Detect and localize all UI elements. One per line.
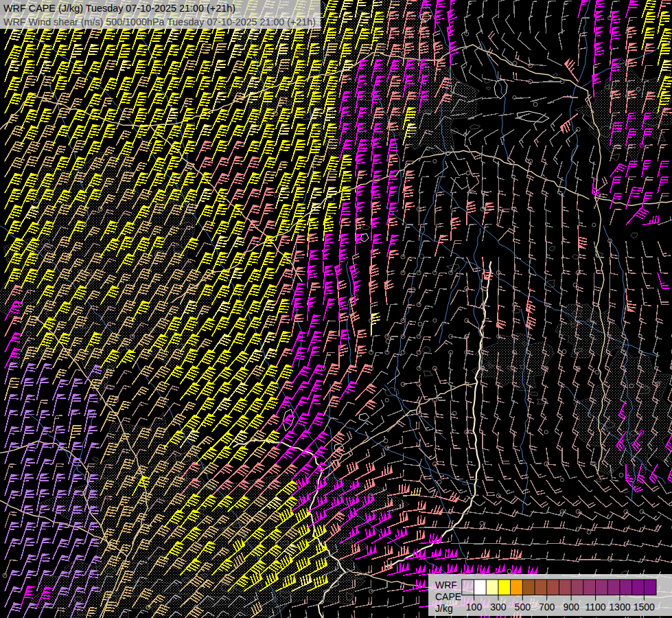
svg-text:1500: 1500: [634, 602, 655, 613]
svg-text:WRF: WRF: [435, 580, 457, 591]
svg-text:1300: 1300: [609, 602, 630, 613]
svg-text:WRF CAPE (J/kg) Tuesday 07-10-: WRF CAPE (J/kg) Tuesday 07-10-2025 21:00…: [3, 3, 235, 14]
svg-text:1100: 1100: [585, 602, 605, 613]
svg-text:CAPE: CAPE: [435, 591, 461, 602]
svg-text:100: 100: [466, 602, 483, 613]
svg-text:500: 500: [515, 602, 531, 613]
svg-text:WRF Wind shear (m/s) 500/1000h: WRF Wind shear (m/s) 500/1000hPa Tuesday…: [3, 16, 316, 27]
svg-text:900: 900: [563, 602, 579, 613]
svg-text:700: 700: [539, 602, 555, 613]
svg-text:300: 300: [490, 602, 507, 613]
svg-text:J/kg: J/kg: [435, 603, 453, 614]
